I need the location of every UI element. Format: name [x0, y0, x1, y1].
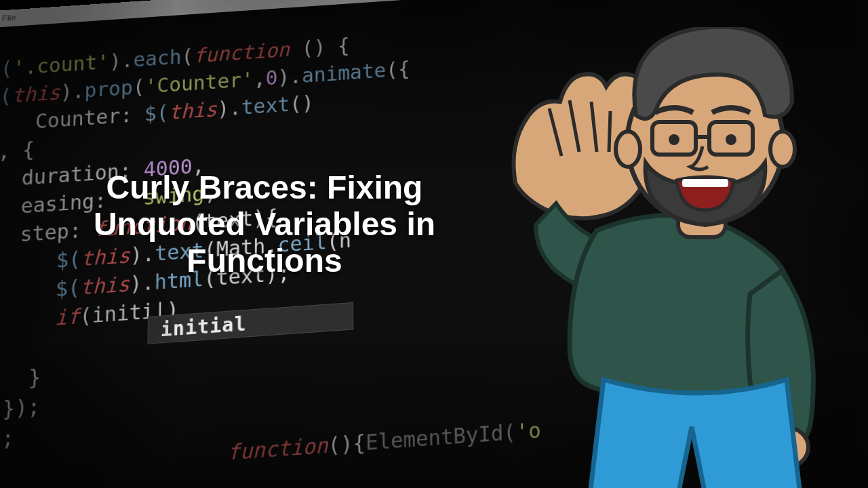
t: 'o [515, 418, 541, 444]
t: ( [133, 75, 145, 99]
t: ( [181, 45, 193, 68]
t: if [54, 304, 79, 330]
t: $( [144, 101, 169, 125]
t: Counter: [0, 102, 144, 136]
autocomplete-suggestion: initial [161, 312, 247, 341]
t: 0 [266, 66, 278, 89]
t: text [241, 93, 290, 119]
stage: ne Text File e.html 4 5 6 7 8 $('.count'… [0, 0, 868, 488]
slide-title: Curly Braces: Fixing Unquoted Variables … [75, 169, 454, 279]
t: () { [290, 34, 350, 60]
t: (){ [328, 430, 366, 458]
t: $( [0, 84, 12, 108]
t: 'Counter' [144, 68, 253, 98]
t: }); [0, 426, 15, 453]
t: }); [0, 394, 41, 423]
t [0, 277, 56, 306]
t [0, 306, 55, 335]
t: prop [84, 76, 133, 102]
t: animate [302, 59, 387, 87]
t: function [193, 38, 290, 67]
t: } [0, 365, 41, 394]
t: ). [60, 79, 84, 104]
t [0, 440, 228, 483]
t: ElementById( [366, 420, 516, 455]
t: , [254, 67, 266, 91]
t: ). [109, 49, 134, 73]
t: function [227, 433, 328, 465]
t: '.count' [12, 50, 109, 79]
t: ). [277, 64, 302, 89]
t: $( [55, 275, 80, 301]
t: ). [217, 96, 241, 121]
t: }, { [0, 138, 35, 164]
t: each [133, 45, 181, 71]
t: () [290, 91, 314, 115]
menubar-file: File [1, 9, 16, 27]
t: ({ [386, 57, 410, 81]
t [0, 249, 56, 278]
t: this [169, 98, 218, 124]
t: $( [0, 57, 13, 81]
t: this [12, 81, 60, 107]
